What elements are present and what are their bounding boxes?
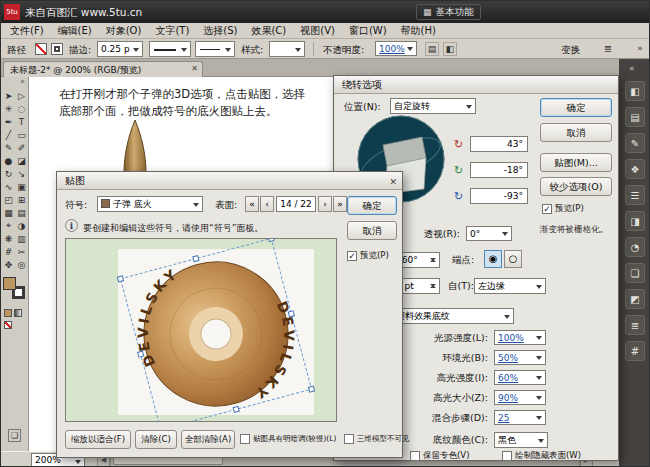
rotate-z-input[interactable]: -93° <box>470 188 528 204</box>
stroke-weight-select[interactable]: 0.25 p <box>97 41 143 57</box>
surface-index-field[interactable]: 14 / 22 <box>276 196 316 212</box>
revolve-dialog-titlebar[interactable]: 绕转选项 <box>334 76 618 94</box>
preserve-spot-checkbox-box[interactable] <box>410 451 420 461</box>
gradient-panel-icon[interactable]: ◨ <box>625 211 645 231</box>
transform-panel-link[interactable]: 变换 <box>561 44 580 57</box>
dock-expand-icon[interactable]: « <box>629 63 635 73</box>
cap-hollow-button[interactable]: ○ <box>504 250 522 268</box>
offset-from-select[interactable]: 左边缘 <box>474 278 546 294</box>
fill-swatch[interactable] <box>3 277 16 290</box>
perspective-grid-tool[interactable]: ⊞ <box>15 193 28 206</box>
map-preview-area[interactable]: DEVILSKY DEVILSKY <box>65 238 337 422</box>
workspace-switcher[interactable]: ▦ 基本功能 <box>416 4 481 20</box>
rotate-x-input[interactable]: 43° <box>470 136 528 152</box>
stroke-color-swatch[interactable] <box>51 43 63 55</box>
invisible-geometry-checkbox[interactable]: 三维模型不可见 <box>344 434 410 444</box>
surface-prev-button[interactable]: ‹ <box>260 196 274 212</box>
blend-steps-input[interactable]: 25 <box>494 410 546 425</box>
map-ok-button[interactable]: 确定 <box>347 196 397 215</box>
artboards-panel-icon[interactable]: # <box>625 341 645 361</box>
shape-builder-tool[interactable]: ◰ <box>2 193 15 206</box>
menu-item-file[interactable]: 文件(F) <box>3 24 51 38</box>
clear-all-button[interactable]: 全部清除(A) <box>181 430 235 449</box>
surface-first-button[interactable]: « <box>245 196 259 212</box>
tools-collapse-icon[interactable]: » <box>20 77 25 86</box>
lasso-tool[interactable]: ◌ <box>15 102 28 115</box>
shade-artwork-checkbox-box[interactable] <box>240 434 250 444</box>
stroke-panel-icon[interactable]: ☰ <box>625 185 645 205</box>
map-preview-checkbox-box[interactable]: ✓ <box>347 251 357 261</box>
menu-item-window[interactable]: 窗口(W) <box>342 24 394 38</box>
menu-item-effect[interactable]: 效果(C) <box>244 24 293 38</box>
graph-tool[interactable]: ▥ <box>15 232 28 245</box>
clear-button[interactable]: 清除(C) <box>135 430 177 449</box>
screen-mode-button[interactable]: ❏ <box>8 429 21 442</box>
cap-solid-button[interactable]: ◉ <box>484 250 502 268</box>
menu-item-select[interactable]: 选择(S) <box>196 24 244 38</box>
fill-color-swatch[interactable] <box>35 43 47 55</box>
width-tool[interactable]: ∿ <box>2 180 15 193</box>
pen-tool[interactable]: ✒ <box>2 115 15 128</box>
align-panel-icon[interactable]: ▤ <box>425 42 439 56</box>
graphic-style-select[interactable] <box>269 41 305 57</box>
blob-brush-tool[interactable]: ● <box>2 154 15 167</box>
shade-artwork-checkbox[interactable]: 贴图具有明暗调(较慢)(L) <box>240 434 336 444</box>
draw-hidden-faces-checkbox[interactable]: 绘制隐藏表面(W) <box>502 450 581 462</box>
color-panel-icon[interactable]: ◧ <box>625 81 645 101</box>
invisible-geometry-checkbox-box[interactable] <box>344 434 354 444</box>
revolve-preview-checkbox-box[interactable]: ✓ <box>542 204 552 214</box>
opacity-input[interactable]: 100% <box>375 41 417 56</box>
eraser-tool[interactable]: ◪ <box>15 154 28 167</box>
menu-item-edit[interactable]: 编辑(E) <box>51 24 99 38</box>
position-select[interactable]: 自定旋转 <box>390 98 476 114</box>
map-dialog-titlebar[interactable]: 贴图 ✕ <box>57 172 402 190</box>
surface-select[interactable]: 塑料效果底纹 <box>392 308 514 324</box>
map-art-button[interactable]: 贴图(M)... <box>540 153 612 172</box>
slice-tool[interactable]: ✂ <box>15 245 28 258</box>
line-tool[interactable]: ╱ <box>2 128 15 141</box>
revolve-preview-checkbox[interactable]: ✓ 预览(P) <box>542 203 584 215</box>
layers-panel-icon[interactable]: ≣ <box>625 315 645 335</box>
mesh-tool[interactable]: ▦ <box>2 206 15 219</box>
symbol-sprayer-tool[interactable]: ❋ <box>2 232 15 245</box>
zoom-tool[interactable]: ◎ <box>15 258 28 271</box>
gradient-tool[interactable]: ▤ <box>15 206 28 219</box>
menu-item-object[interactable]: 对象(O) <box>99 24 149 38</box>
none-mode-button[interactable] <box>4 321 12 329</box>
document-tab[interactable]: 未标题-2* @ 200% (RGB/预览) ✕ <box>3 61 203 77</box>
hand-tool[interactable]: ✥ <box>2 258 15 271</box>
revolve-ok-button[interactable]: 确定 <box>540 98 612 117</box>
light-intensity-input[interactable]: 100% <box>494 330 546 345</box>
free-transform-tool[interactable]: ▣ <box>15 180 28 193</box>
color-mode-button[interactable] <box>4 309 12 317</box>
menu-item-type[interactable]: 文字(T) <box>148 24 196 38</box>
scale-to-fit-button[interactable]: 缩放以适合(F) <box>65 430 131 449</box>
pencil-tool[interactable]: ✐ <box>15 141 28 154</box>
pathfinder-panel-icon[interactable]: ◧ <box>443 42 457 56</box>
rotate-tool[interactable]: ↻ <box>2 167 15 180</box>
swatches-panel-icon[interactable]: ▤ <box>625 107 645 127</box>
map-cancel-button[interactable]: 取消 <box>347 221 397 240</box>
map-dialog-close-icon[interactable]: ✕ <box>389 174 397 191</box>
paintbrush-tool[interactable]: ✎ <box>2 141 15 154</box>
control-collapse-icon[interactable]: » <box>633 42 647 56</box>
draw-hidden-faces-checkbox-box[interactable] <box>502 451 512 461</box>
preserve-spot-checkbox[interactable]: 保留专色(V) <box>410 450 469 462</box>
map-preview-checkbox[interactable]: ✓ 预览(P) <box>347 250 389 262</box>
selection-tool[interactable]: ➤ <box>2 89 15 102</box>
surface-last-button[interactable]: » <box>333 196 347 212</box>
tab-close-icon[interactable]: ✕ <box>191 64 198 73</box>
blend-tool[interactable]: ◑ <box>15 219 28 232</box>
brushes-panel-icon[interactable]: ✎ <box>625 133 645 153</box>
type-tool[interactable]: T <box>15 115 28 128</box>
symbols-panel-icon[interactable]: ❖ <box>625 159 645 179</box>
graphic-styles-panel-icon[interactable]: ◩ <box>625 289 645 309</box>
highlight-size-input[interactable]: 90% <box>494 390 546 405</box>
rectangle-tool[interactable]: ▭ <box>15 128 28 141</box>
transparency-panel-icon[interactable]: ◔ <box>625 237 645 257</box>
fewer-options-button[interactable]: 较少选项(O) <box>540 177 612 196</box>
brush-definition-select[interactable] <box>149 41 191 57</box>
revolve-cancel-button[interactable]: 取消 <box>540 123 612 142</box>
magic-wand-tool[interactable]: ✳ <box>2 102 15 115</box>
scale-tool[interactable]: ↘ <box>15 167 28 180</box>
